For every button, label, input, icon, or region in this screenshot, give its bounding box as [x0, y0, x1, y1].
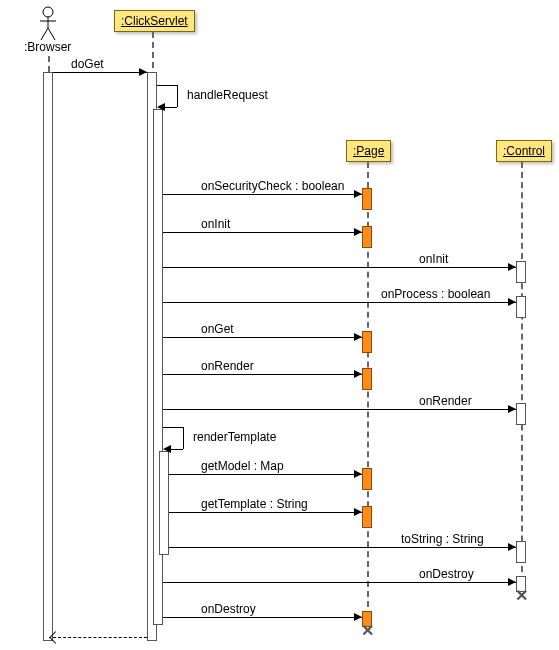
activation-control-oninit — [516, 261, 526, 283]
activation-page-onsecuritycheck — [362, 188, 372, 210]
activation-page-onrender — [362, 368, 372, 390]
activation-page-gettemplate — [362, 506, 372, 528]
message-label: onDestroy — [200, 602, 257, 616]
message-label: onDestroy — [418, 567, 475, 581]
activation-page-onget — [362, 331, 372, 353]
message-label: getTemplate : String — [200, 497, 309, 511]
activation-servlet-rendertemplate — [159, 451, 169, 555]
message-label: onRender — [418, 394, 473, 408]
activation-page-oninit — [362, 226, 372, 248]
destroy-control-icon: ✕ — [515, 586, 528, 605]
activation-browser — [43, 72, 53, 641]
actor-browser — [36, 6, 60, 42]
lifeline-control — [521, 162, 523, 582]
lifeline-box-servlet: :ClickServlet — [114, 10, 195, 32]
lifeline-box-page: :Page — [346, 140, 391, 162]
activation-control-tostring — [516, 541, 526, 563]
activation-control-onrender — [516, 403, 526, 425]
message-label: handleRequest — [187, 88, 268, 102]
message-label: onInit — [200, 217, 231, 231]
message-label: onProcess : boolean — [380, 287, 491, 301]
svg-line-4 — [48, 28, 55, 40]
svg-point-0 — [43, 7, 53, 17]
message-label: onGet — [200, 322, 235, 336]
message-label: toString : String — [400, 532, 485, 546]
svg-line-3 — [41, 28, 48, 40]
message-label: doGet — [70, 57, 105, 71]
message-label: renderTemplate — [193, 430, 276, 444]
message-label: onSecurityCheck : boolean — [200, 179, 345, 193]
activation-control-onprocess — [516, 296, 526, 318]
message-label: onInit — [418, 252, 449, 266]
browser-label: :Browser — [24, 40, 71, 54]
activation-page-getmodel — [362, 468, 372, 490]
message-label: getModel : Map — [200, 459, 285, 473]
destroy-page-icon: ✕ — [361, 621, 374, 640]
message-label: onRender — [200, 359, 255, 373]
lifeline-box-control: :Control — [496, 140, 552, 162]
